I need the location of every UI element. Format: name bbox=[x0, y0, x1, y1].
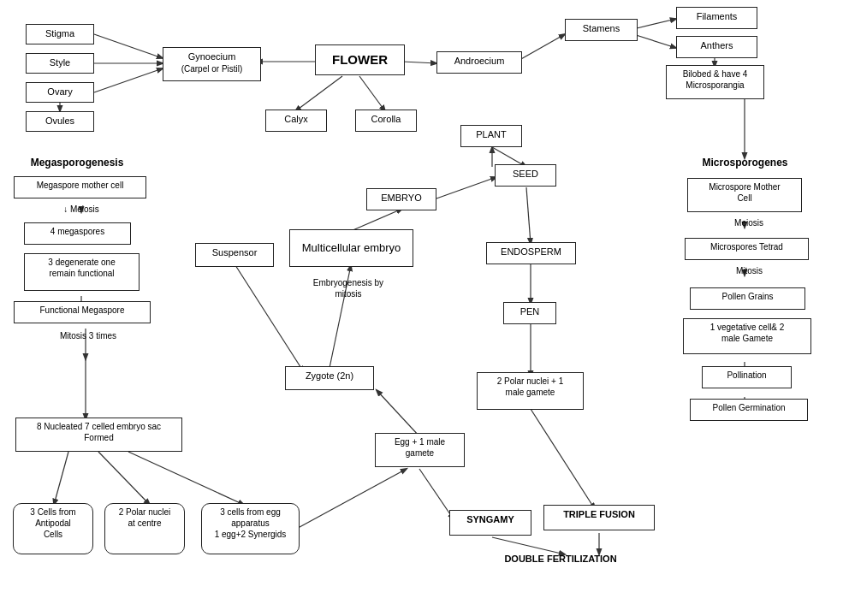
gynoecium-box: Gynoecium(Carpel or Pistil) bbox=[163, 47, 261, 81]
androecium-box: Androecium bbox=[436, 51, 522, 74]
flower-box: FLOWER bbox=[315, 44, 405, 75]
pollen-germination-box: Pollen Germination bbox=[690, 399, 808, 421]
svg-line-11 bbox=[359, 76, 385, 111]
svg-line-2 bbox=[94, 68, 163, 92]
megasporogenesis-label: Megasporogenesis bbox=[14, 157, 140, 170]
mitosis-right-label: Mitosis bbox=[721, 265, 777, 276]
endosperm-box: ENDOSPERM bbox=[486, 242, 576, 264]
svg-line-10 bbox=[295, 76, 342, 111]
microspores-tetrad-box: Microspores Tetrad bbox=[685, 238, 809, 260]
svg-line-20 bbox=[419, 469, 454, 519]
pen-box: PEN bbox=[503, 302, 556, 324]
ovules-box: Ovules bbox=[26, 111, 94, 132]
syngamy-box: SYNGAMY bbox=[449, 510, 531, 536]
zygote-box: Zygote (2n) bbox=[285, 366, 374, 390]
embryogenesis-label: Embryogenesis bymitosis bbox=[293, 277, 404, 299]
egg-gamete-box: Egg + 1 malegamete bbox=[375, 433, 465, 467]
anthers-box: Anthers bbox=[676, 36, 757, 58]
polar-nuclei-box: 2 Polar nuclei + 1male gamete bbox=[477, 372, 584, 410]
svg-line-14 bbox=[526, 187, 531, 244]
svg-line-27 bbox=[128, 452, 244, 505]
double-fertilization-label: DOUBLE FERTILIZATION bbox=[475, 553, 646, 565]
svg-line-13 bbox=[436, 177, 496, 198]
svg-line-19 bbox=[377, 390, 419, 436]
ovary-box: Ovary bbox=[26, 82, 94, 103]
stigma-box: Stigma bbox=[26, 24, 94, 44]
meiosis-left-label: ↓ Meiosis bbox=[47, 204, 116, 215]
svg-line-23 bbox=[531, 409, 595, 509]
filaments-box: Filaments bbox=[676, 7, 757, 29]
style-box: Style bbox=[26, 53, 94, 74]
svg-line-8 bbox=[633, 34, 676, 48]
stamens-box: Stamens bbox=[565, 19, 638, 41]
svg-line-0 bbox=[94, 34, 163, 58]
megaspore-mother-box: Megaspore mother cell bbox=[14, 176, 146, 198]
suspensor-box: Suspensor bbox=[195, 243, 274, 267]
microspore-mother-box: Microspore MotherCell bbox=[687, 178, 802, 212]
svg-line-16 bbox=[351, 209, 402, 231]
plant-box: PLANT bbox=[460, 125, 522, 147]
meiosis-right-label: Meiosis bbox=[719, 217, 779, 228]
one-vegetative-box: 1 vegetative cell& 2male Gamete bbox=[683, 318, 811, 354]
egg-apparatus-box: 3 cells from eggapparatus1 egg+2 Synergi… bbox=[201, 503, 300, 554]
embryo-box: EMBRYO bbox=[366, 188, 436, 210]
calyx-box: Calyx bbox=[265, 110, 327, 132]
triple-fusion-box: TRIPLE FUSION bbox=[543, 505, 655, 530]
four-megaspores-box: 4 megaspores bbox=[24, 222, 131, 245]
bilobed-box: Bilobed & have 4Microsporangia bbox=[666, 65, 764, 99]
svg-line-7 bbox=[633, 19, 676, 29]
svg-line-25 bbox=[54, 452, 68, 505]
polar-centre-box: 2 Polar nucleiat centre bbox=[104, 503, 185, 554]
pollen-grains-box: Pollen Grains bbox=[690, 287, 805, 310]
eight-nucleated-box: 8 Nucleated 7 celled embryo sacFormed bbox=[15, 418, 182, 452]
diagram: Stigma Style Ovary Ovules Gynoecium(Carp… bbox=[0, 0, 849, 616]
multicellular-box: Multicellular embryo bbox=[289, 229, 413, 267]
seed-box: SEED bbox=[495, 164, 556, 187]
mitosis3-label: Mitosis 3 times bbox=[33, 330, 144, 341]
three-degenerate-box: 3 degenerate oneremain functional bbox=[24, 253, 140, 291]
corolla-box: Corolla bbox=[355, 110, 417, 132]
svg-line-5 bbox=[402, 62, 436, 63]
pollination-box: Pollination bbox=[702, 366, 792, 388]
antipodal-box: 3 Cells fromAntipodalCells bbox=[13, 503, 93, 554]
svg-line-21 bbox=[492, 537, 565, 554]
svg-line-26 bbox=[98, 452, 150, 505]
microsporogenes-label: Microsporogenes bbox=[683, 157, 807, 170]
functional-megaspore-box: Functional Megaspore bbox=[14, 301, 151, 323]
